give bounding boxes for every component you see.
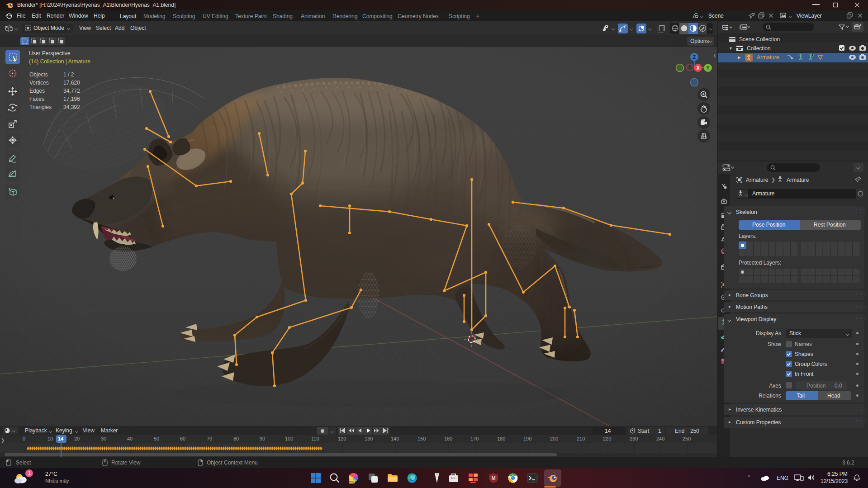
svg-text:Y: Y [707,66,710,71]
svg-text:Z: Z [693,55,696,60]
svg-text:M: M [491,475,495,481]
svg-text:X: X [697,66,700,71]
svg-text:PRE: PRE [349,480,354,483]
